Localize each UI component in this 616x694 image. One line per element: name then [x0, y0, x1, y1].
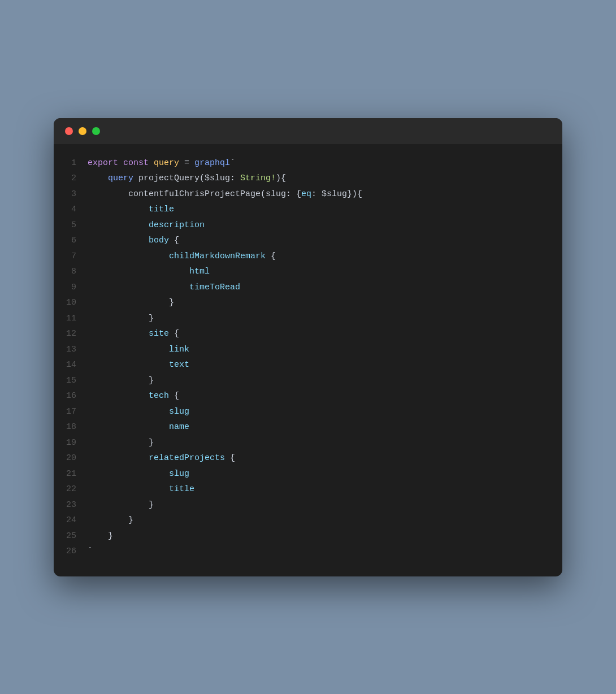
code-token: : $slug}){ [311, 189, 362, 199]
line-number: 6 [54, 233, 88, 248]
code-token: text [169, 360, 189, 370]
code-content: tech { [88, 389, 179, 404]
code-content: export const query = graphql` [88, 156, 235, 171]
code-token [88, 360, 169, 370]
code-token [88, 329, 149, 339]
code-content: link [88, 342, 189, 357]
line-number: 23 [54, 498, 88, 513]
maximize-button[interactable] [92, 127, 100, 135]
code-line: 3 contentfulChrisProjectPage(slug: {eq: … [54, 186, 562, 202]
code-content: } [88, 513, 133, 528]
line-number: 5 [54, 218, 88, 233]
line-number: 25 [54, 529, 88, 544]
code-line: 21 slug [54, 466, 562, 482]
line-number: 13 [54, 342, 88, 357]
code-token: ` [88, 546, 93, 556]
code-token: timeToRead [189, 283, 240, 292]
line-number: 17 [54, 405, 88, 419]
code-line: 13 link [54, 342, 562, 358]
code-token: contentfulChrisProjectPage(slug: { [88, 189, 301, 199]
code-token: tech [149, 391, 174, 401]
minimize-button[interactable] [79, 127, 86, 135]
code-content: html [88, 264, 210, 279]
code-window: 1export const query = graphql`2 query pr… [54, 118, 562, 576]
line-number: 19 [54, 436, 88, 450]
code-line: 1export const query = graphql` [54, 155, 562, 171]
code-line: 14 text [54, 357, 562, 373]
code-line: 11 } [54, 311, 562, 327]
code-line: 23 } [54, 497, 562, 513]
code-token: { [230, 453, 235, 463]
code-line: 19 } [54, 435, 562, 451]
code-token: description [149, 220, 205, 230]
code-token: slug [169, 407, 189, 417]
line-number: 15 [54, 374, 88, 388]
code-line: 4 title [54, 202, 562, 218]
code-token: ` [230, 158, 235, 168]
code-token: query [154, 158, 179, 168]
code-line: 12 site { [54, 326, 562, 342]
code-token [88, 283, 189, 292]
code-content: ` [88, 544, 93, 559]
code-line: 9 timeToRead [54, 280, 562, 296]
code-content: text [88, 358, 189, 372]
code-line: 7 childMarkdownRemark { [54, 249, 562, 264]
code-token [88, 174, 108, 183]
line-number: 16 [54, 389, 88, 404]
code-content: relatedProjects { [88, 451, 235, 466]
code-line: 24 } [54, 513, 562, 528]
code-token: html [189, 267, 210, 276]
line-number: 4 [54, 202, 88, 217]
code-line: 6 body { [54, 233, 562, 249]
code-content: } [88, 374, 154, 388]
code-token [88, 469, 169, 479]
code-line: 25 } [54, 528, 562, 544]
code-token: } [88, 515, 133, 525]
code-token [88, 391, 149, 401]
code-token: { [271, 251, 276, 261]
code-content: title [88, 482, 194, 497]
code-token [88, 345, 169, 354]
code-line: 5 description [54, 218, 562, 233]
line-number: 14 [54, 358, 88, 372]
line-number: 1 [54, 156, 88, 171]
code-token [88, 236, 149, 245]
code-token: query [108, 174, 138, 183]
code-token: String! [240, 174, 276, 183]
code-line: 15 } [54, 373, 562, 389]
code-token [88, 251, 169, 261]
code-line: 20 relatedProjects { [54, 450, 562, 466]
code-token [88, 267, 189, 276]
code-token [88, 407, 169, 417]
code-line: 8 html [54, 264, 562, 280]
line-number: 22 [54, 482, 88, 497]
code-token: } [88, 314, 154, 323]
code-content: slug [88, 405, 189, 419]
close-button[interactable] [65, 127, 73, 135]
code-line: 2 query projectQuery($slug: String!){ [54, 171, 562, 186]
code-content: } [88, 436, 154, 450]
code-token: { [174, 329, 179, 339]
code-token [88, 220, 149, 230]
code-token: ){ [276, 174, 286, 183]
line-number: 8 [54, 264, 88, 279]
line-number: 2 [54, 171, 88, 186]
code-content: site { [88, 327, 179, 341]
code-token: link [169, 345, 189, 354]
code-content: body { [88, 233, 179, 248]
code-content: } [88, 498, 154, 513]
line-number: 12 [54, 327, 88, 341]
line-number: 3 [54, 187, 88, 202]
line-number: 24 [54, 513, 88, 528]
line-number: 26 [54, 544, 88, 559]
code-line: 17 slug [54, 404, 562, 420]
code-line: 18 name [54, 419, 562, 435]
code-token: slug [169, 469, 189, 479]
code-token: title [169, 484, 194, 494]
code-token: = [179, 158, 194, 168]
code-token [88, 205, 149, 214]
code-token [88, 484, 169, 494]
code-token [88, 422, 169, 432]
code-line: 16 tech { [54, 388, 562, 404]
line-number: 9 [54, 280, 88, 295]
